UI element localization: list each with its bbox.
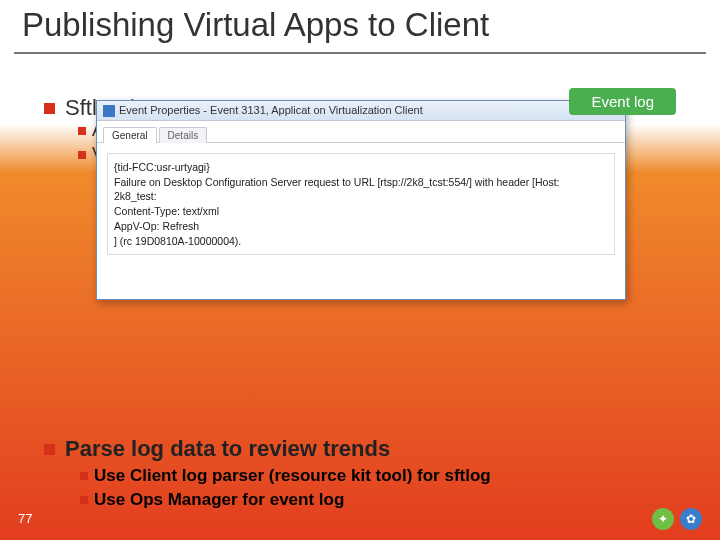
page-title: Publishing Virtual Apps to Client [22,6,489,44]
dialog-titlebar: Event Properties - Event 3131, Applicat … [97,101,625,121]
bullet-icon [78,127,86,135]
dialog-tabs: General Details [97,121,625,143]
tab-details[interactable]: Details [159,127,208,143]
log-line: {tid-FCC:usr-urtyagi} [114,160,608,175]
log-line: 2k8_test: [114,189,608,204]
log-line: Failure on Desktop Configuration Server … [114,175,608,190]
eventlog-badge: Event log [569,88,676,115]
sub-text: Use Ops Manager for event log [94,490,344,509]
log-line: Content-Type: text/xml [114,204,608,219]
dialog-textbox: {tid-FCC:usr-urtyagi} Failure on Desktop… [107,153,615,255]
tab-general[interactable]: General [103,127,157,143]
sub-bullet-ops-manager: Use Ops Manager for event log [80,490,344,510]
dialog-event-properties: Event Properties - Event 3131, Applicat … [96,100,626,300]
lightbulb-icon: ✦ [652,508,674,530]
divider [14,52,706,54]
dialog-title-text: Event Properties - Event 3131, Applicat … [119,104,423,116]
bullet-icon [78,151,86,159]
dialog-body: {tid-FCC:usr-urtyagi} Failure on Desktop… [97,143,625,265]
slide: Publishing Virtual Apps to Client Sftlog… [0,0,720,540]
bullet-icon [44,444,55,455]
bullet-icon [80,496,88,504]
bullet-parse-log: Parse log data to review trends [44,436,390,462]
sub-text: Use Client log parser (resource kit tool… [94,466,491,485]
log-line: ] (rc 19D0810A-10000004). [114,234,608,249]
log-line: AppV-Op: Refresh [114,219,608,234]
icon-stack: ✦ ✿ [652,508,702,530]
bullet-text: Parse log data to review trends [65,436,390,461]
gear-icon: ✿ [680,508,702,530]
dialog-icon [103,105,115,117]
bullet-icon [80,472,88,480]
page-number: 77 [18,511,32,526]
sub-bullet-client-parser: Use Client log parser (resource kit tool… [80,466,491,486]
bullet-icon [44,103,55,114]
